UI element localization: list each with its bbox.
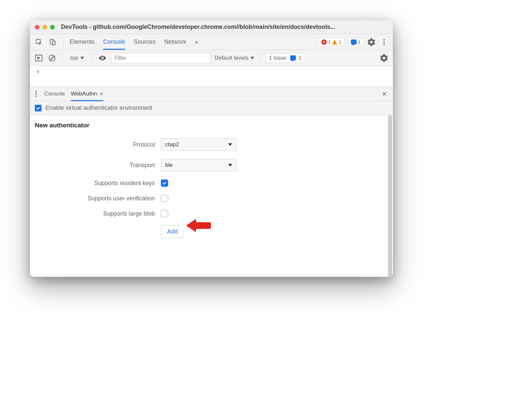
window-minimize-button[interactable] [42,25,47,30]
large-blob-row: Supports large blob [35,210,388,217]
transport-value: ble [165,162,173,168]
enable-row: Enable virtual authenticator environment [30,101,393,115]
console-prompt-icon: › [37,67,39,75]
webauthn-panel: New authenticator Protocol ctap2 Transpo… [30,115,393,277]
device-toolbar-icon[interactable] [48,37,57,47]
tab-console[interactable]: Console [103,34,125,49]
issues-label: 1 Issue: [269,55,288,61]
live-expression-icon[interactable] [98,53,107,63]
drawer-tab-label: Console [44,91,65,97]
main-tabs: Elements Console Sources Network » [70,34,198,49]
devtools-window: DevTools - github.com/GoogleChrome/devel… [30,20,393,277]
inspect-element-icon[interactable] [34,37,43,47]
chevron-down-icon [228,164,232,167]
issues-pill[interactable]: 1 Issue: 1 [265,53,305,63]
levels-label: Default levels [215,55,248,61]
enable-virtual-authenticator-checkbox[interactable] [35,105,41,111]
divider [62,53,62,63]
toggle-console-sidebar-icon[interactable] [34,53,43,63]
console-settings-button[interactable] [379,53,389,63]
drawer-more-button[interactable] [34,90,38,98]
issues-badge[interactable]: 1 [348,38,364,46]
drawer-tab-console[interactable]: Console [44,87,65,100]
tab-sources[interactable]: Sources [134,34,156,49]
warning-count: 1 [339,39,341,45]
context-label: top [70,55,78,61]
titlebar: DevTools - github.com/GoogleChrome/devel… [30,20,393,34]
protocol-value: ctap2 [165,141,179,148]
user-verification-row: Supports user verification [35,195,388,202]
more-options-button[interactable] [379,37,389,47]
scrollbar-thumb[interactable] [388,115,392,277]
protocol-select[interactable]: ctap2 [161,138,236,151]
protocol-row: Protocol ctap2 [35,138,388,151]
large-blob-label: Supports large blob [35,210,161,217]
svg-rect-2 [52,41,55,45]
toolbar-right: 1 1 1 [318,37,389,47]
issue-icon [290,55,296,60]
add-button[interactable]: Add [161,225,184,238]
issues-pill-count: 1 [299,55,301,61]
warning-icon [332,40,337,44]
console-body[interactable]: › [30,66,393,87]
large-blob-checkbox[interactable] [161,210,168,217]
filter-input[interactable] [111,53,211,63]
issue-icon [351,39,357,44]
user-verification-label: Supports user verification [35,195,161,202]
context-selector[interactable]: top [68,53,87,63]
resident-keys-checkbox[interactable] [161,179,168,187]
traffic-lights [35,25,55,30]
window-zoom-button[interactable] [50,25,55,30]
enable-label: Enable virtual authenticator environment [45,104,152,111]
main-toolbar: Elements Console Sources Network » 1 1 1 [30,34,393,50]
window-title: DevTools - github.com/GoogleChrome/devel… [61,24,388,31]
clear-console-icon[interactable] [47,53,57,63]
resident-keys-row: Supports resident keys [35,179,388,187]
chevron-down-icon [228,143,232,146]
chevron-down-icon [80,57,84,59]
error-warning-badge[interactable]: 1 1 [318,38,345,46]
add-row: Add [35,225,388,238]
window-close-button[interactable] [35,25,39,30]
resident-keys-label: Supports resident keys [35,180,161,187]
tab-network[interactable]: Network [164,34,186,49]
drawer-tab-webauthn[interactable]: WebAuthn × [71,87,103,101]
drawer-tabs: Console WebAuthn × × [30,87,393,101]
divider [63,37,64,47]
protocol-label: Protocol [35,141,161,148]
transport-row: Transport ble [35,159,388,171]
log-levels-selector[interactable]: Default levels [215,55,254,61]
console-toolbar: top Default levels 1 Issue: 1 [30,50,393,66]
error-count: 1 [328,39,331,45]
transport-label: Transport [35,162,161,169]
close-tab-icon[interactable]: × [100,91,103,98]
panel-heading: New authenticator [35,122,388,129]
settings-button[interactable] [367,37,376,47]
tab-elements[interactable]: Elements [70,34,95,49]
scrollbar[interactable] [388,115,392,277]
error-icon [321,39,327,45]
drawer-tab-label: WebAuthn [71,91,97,97]
divider [92,53,93,63]
chevron-down-icon [250,57,254,59]
transport-select[interactable]: ble [161,159,236,171]
drawer-close-button[interactable]: × [380,89,389,99]
issues-count: 1 [358,39,361,45]
more-tabs-icon[interactable]: » [195,38,198,45]
divider [260,53,260,63]
user-verification-checkbox[interactable] [161,195,168,202]
